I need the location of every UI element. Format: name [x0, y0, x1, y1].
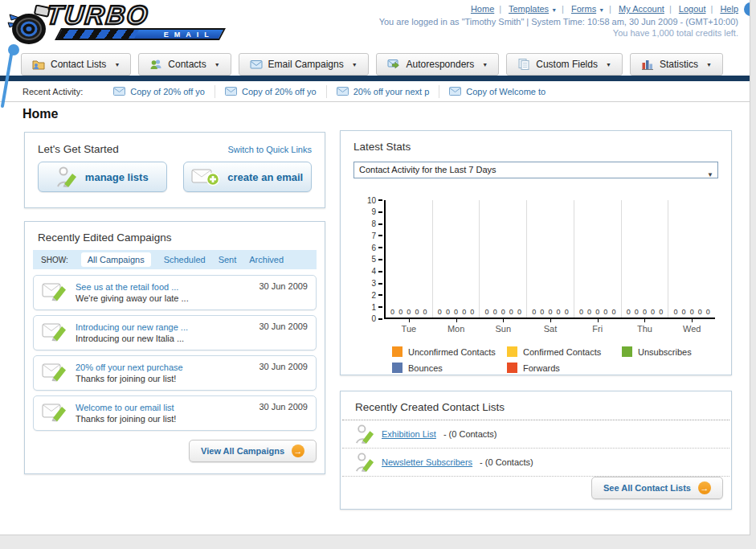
envelope-icon: [449, 87, 461, 96]
contact-list-count: - (0 Contacts): [443, 429, 497, 439]
get-started-title: Let's Get Started: [38, 143, 119, 155]
recent-activity-bar: Recent Activity: Copy of 20% off yo Copy…: [0, 81, 750, 102]
top-link-help[interactable]: Help: [720, 4, 738, 14]
chart-day-group: 00000Sun: [480, 200, 527, 318]
help-bubble-icon[interactable]: [744, 2, 750, 16]
contact-activity-chart: 109876543210 00000Tue00000Mon00000Sun000…: [350, 192, 721, 369]
chevron-down-icon: ▼: [551, 7, 557, 13]
x-axis-label: Sun: [480, 324, 526, 334]
envelope-icon: [337, 87, 349, 96]
campaign-title-link[interactable]: Welcome to our email list: [76, 403, 259, 412]
recent-activity-item[interactable]: Copy of 20% off yo: [215, 85, 326, 98]
tab-custom-fields[interactable]: Custom Fields ▼: [506, 53, 623, 76]
chevron-down-icon: ▼: [352, 62, 358, 68]
tab-contacts[interactable]: Contacts ▼: [138, 53, 231, 76]
person-pencil-icon: [56, 166, 77, 188]
campaign-item[interactable]: Introducing our new range ... Introducin…: [33, 315, 317, 350]
chevron-down-icon: ▼: [707, 167, 713, 182]
recent-activity-item[interactable]: 20% off your next p: [326, 85, 439, 98]
filter-sent[interactable]: Sent: [219, 255, 237, 264]
x-axis-label: Mon: [433, 324, 480, 334]
campaign-item[interactable]: Welcome to our email list Thanks for joi…: [33, 395, 317, 431]
x-axis-label: Tue: [386, 324, 432, 334]
chart-value-labels: 00000: [386, 308, 431, 316]
tab-statistics[interactable]: Statistics ▼: [630, 53, 723, 76]
chart-day-group: 00000Fri: [574, 200, 622, 318]
top-nav: Home| Templates▼| Forms▼| My Account| Lo…: [379, 4, 738, 14]
filter-all-campaigns[interactable]: All Campaigns: [81, 252, 151, 267]
top-link-forms[interactable]: Forms▼: [571, 4, 604, 14]
chart-value-labels: 00000: [669, 308, 714, 316]
tab-autoresponders[interactable]: Autoresponders ▼: [376, 53, 500, 76]
chevron-down-icon: ▼: [215, 62, 220, 68]
filter-archived[interactable]: Archived: [249, 255, 284, 264]
app-window: TURBO EMAIL Home| Templates▼| Forms▼| My…: [0, 0, 750, 535]
legend-swatch: [507, 346, 517, 357]
tab-label: Custom Fields: [536, 59, 598, 70]
y-axis-tick: 9: [350, 208, 382, 216]
campaign-item[interactable]: 20% off your next purchase Thanks for jo…: [33, 355, 317, 391]
show-label: SHOW:: [41, 256, 68, 264]
contact-list-item[interactable]: Exhibition List - (0 Contacts): [342, 420, 729, 449]
chart-value-labels: 00000: [575, 308, 620, 316]
legend-swatch: [507, 363, 517, 373]
tab-contact-lists[interactable]: Contact Lists ▼: [21, 53, 131, 76]
logo-email-bar: EMAIL: [55, 28, 226, 40]
legend-item: Forwards: [507, 363, 622, 373]
y-axis-tick: 4: [350, 268, 382, 276]
tab-label: Email Campaigns: [268, 59, 344, 70]
y-axis-tick: 1: [350, 303, 382, 311]
chart-value-labels: 00000: [623, 308, 668, 316]
email-edit-icon: [42, 400, 67, 426]
person-pencil-icon: [355, 452, 374, 473]
recent-activity-item[interactable]: Copy of 20% off yo: [104, 85, 215, 98]
chevron-down-icon: ▼: [606, 62, 611, 68]
recent-activity-item[interactable]: Copy of Welcome to: [439, 85, 555, 98]
filter-scheduled[interactable]: Scheduled: [164, 255, 206, 264]
manage-lists-button[interactable]: manage lists: [38, 162, 167, 192]
campaign-title-link[interactable]: 20% off your next purchase: [76, 363, 259, 372]
arrow-circle-icon: →: [292, 445, 304, 457]
recent-activity-label: Recent Activity:: [22, 87, 83, 96]
y-axis-tick: 8: [350, 220, 382, 228]
chart-y-axis: 109876543210: [350, 196, 382, 323]
campaign-title-link[interactable]: Introducing our new range ...: [76, 322, 259, 332]
tab-email-campaigns[interactable]: Email Campaigns ▼: [239, 53, 369, 76]
link-separator: |: [562, 4, 564, 14]
see-all-contact-lists-button[interactable]: See All Contact Lists →: [591, 477, 723, 499]
link-separator: |: [710, 4, 713, 14]
link-separator: |: [499, 4, 501, 14]
top-link-templates[interactable]: Templates▼: [509, 4, 557, 14]
view-all-campaigns-button[interactable]: View All Campaigns →: [189, 440, 317, 462]
x-axis-label: Fri: [574, 324, 621, 334]
campaign-date: 30 Jun 2009: [259, 362, 308, 371]
y-axis-tick: 10: [350, 196, 382, 204]
top-link-my-account[interactable]: My Account: [619, 4, 664, 14]
email-edit-icon: [42, 320, 67, 346]
top-link-logout[interactable]: Logout: [679, 4, 706, 14]
x-axis-label: Wed: [668, 324, 715, 334]
y-axis-tick: 2: [350, 291, 382, 299]
top-link-home[interactable]: Home: [471, 4, 494, 14]
campaign-date: 30 Jun 2009: [259, 281, 308, 291]
campaign-subtitle: Thanks for joining our list!: [76, 414, 259, 424]
y-axis-tick: 0: [350, 315, 382, 323]
contact-list-item[interactable]: Newsletter Subscribers - (0 Contacts): [342, 449, 729, 477]
latest-stats-panel: Latest Stats Contact Activity for the La…: [340, 130, 732, 375]
x-axis-label: Sat: [527, 324, 574, 334]
people-icon: [149, 58, 162, 71]
contact-list-link[interactable]: Newsletter Subscribers: [382, 457, 472, 467]
campaign-item[interactable]: See us at the retail food ... We're givi…: [33, 275, 317, 310]
y-axis-tick: 5: [350, 256, 382, 264]
switch-quick-links[interactable]: Switch to Quick Links: [227, 145, 312, 154]
contact-list-link[interactable]: Exhibition List: [382, 429, 436, 439]
stats-period-select[interactable]: Contact Activity for the Last 7 Days ▼: [353, 162, 718, 178]
legend-swatch: [392, 363, 403, 373]
chart-day-group: 00000Thu: [622, 200, 669, 318]
create-email-button[interactable]: create an email: [183, 162, 313, 192]
get-started-panel: Let's Get Started Switch to Quick Links …: [24, 132, 325, 208]
bar-chart-icon: [641, 58, 654, 71]
chart-value-labels: 00000: [434, 308, 479, 316]
campaign-title-link[interactable]: See us at the retail food ...: [76, 282, 259, 292]
email-edit-icon: [42, 280, 67, 305]
